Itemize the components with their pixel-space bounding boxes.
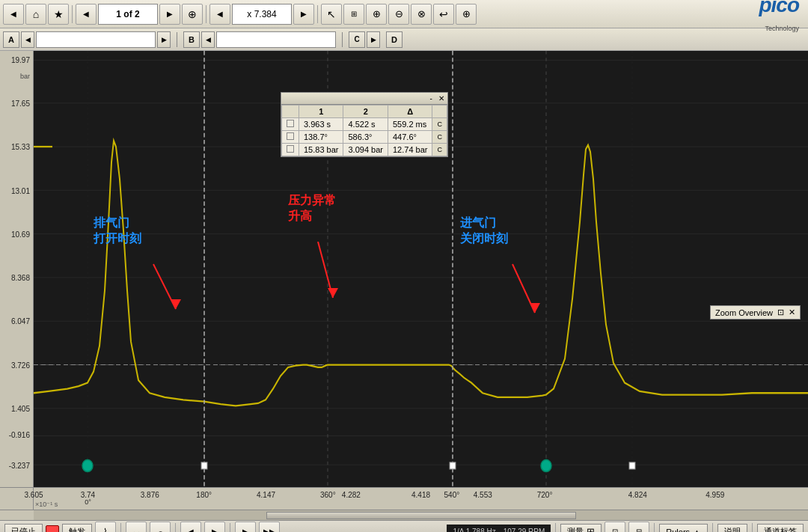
- bot-prev-btn[interactable]: ◀: [180, 522, 201, 533]
- meas-row2-delta: 447.6°: [388, 131, 432, 144]
- rulers-btn[interactable]: Rulers ▲: [659, 524, 708, 533]
- x-axis: 3.605 3.74 0° 3.876 180° 4.147 360° 4.28…: [34, 488, 808, 510]
- x-label-4418: 4.418: [411, 491, 430, 499]
- bot-forward-btn[interactable]: ▶▶: [259, 522, 280, 533]
- trigger-btn[interactable]: 触发: [62, 524, 92, 533]
- x-label-4959: 4.959: [706, 491, 724, 499]
- channel-a-dropdown[interactable]: [36, 31, 156, 48]
- bot-btn1[interactable]: ⌣: [126, 522, 147, 533]
- zoom-out-btn[interactable]: ⊖: [388, 4, 409, 25]
- channel-b-group: B ◀: [183, 31, 336, 49]
- bot-play-btn[interactable]: ▶: [235, 522, 256, 533]
- zoom-overview-expand[interactable]: ⊡: [777, 308, 784, 317]
- measurement-table[interactable]: - ✕ 1 2 Δ 3.963 s 4.522 s 559.2 ms C: [281, 92, 448, 157]
- undo-btn[interactable]: ↩: [433, 4, 454, 25]
- meas-col-2: 2: [343, 106, 388, 118]
- y-label-1069: 10.69: [11, 230, 30, 238]
- meas-row2-extra: C: [432, 131, 447, 144]
- explain-label: 说明: [724, 526, 741, 532]
- toolbar-prev-btn[interactable]: ◀: [76, 4, 97, 25]
- channel-c-right[interactable]: ▶: [367, 31, 380, 48]
- toolbar-home-btn[interactable]: ⌂: [25, 4, 46, 25]
- bot-next-btn[interactable]: ▶: [204, 522, 225, 533]
- scroll-area[interactable]: [0, 510, 808, 520]
- scroll-thumb[interactable]: [266, 512, 576, 519]
- x-label-4147: 4.147: [257, 491, 275, 499]
- status-led[interactable]: [46, 525, 59, 533]
- bottom-bar: 已停止 触发 ⌇ ⌣ ⌢ ◀ ▶ ▶ ▶▶ 1/Δ 1.788 Hz，107.2…: [0, 520, 808, 532]
- x-deg-180: 180°: [196, 491, 212, 499]
- meas-icon-1: [287, 120, 294, 127]
- channel-b-dropdown[interactable]: [216, 31, 336, 48]
- meas-close-btn[interactable]: ✕: [438, 94, 444, 103]
- scroll-track[interactable]: [34, 510, 808, 520]
- x-deg-540: 540°: [444, 491, 460, 499]
- y-label-1765: 17.65: [11, 99, 30, 107]
- channel-label-btn[interactable]: 通道标签: [757, 524, 804, 533]
- meas-row3-icon: [282, 144, 299, 156]
- svg-rect-23: [201, 462, 207, 469]
- cursor-tool-btn[interactable]: ↖: [321, 4, 342, 25]
- scroll-spacer: [0, 510, 34, 520]
- toolbar-sep3: [317, 5, 318, 23]
- meas-minimize-btn[interactable]: -: [430, 94, 432, 103]
- channel-c-group: C ▶: [349, 31, 380, 49]
- channel-b-left[interactable]: ◀: [201, 31, 215, 48]
- bot-btn2[interactable]: ⌢: [150, 522, 171, 533]
- zoom-in-btn[interactable]: ⊕: [366, 4, 387, 25]
- meas-table-header: - ✕: [281, 93, 447, 105]
- measure-extra-btn2[interactable]: ⊟: [628, 522, 649, 533]
- bot-sep4: [555, 523, 556, 533]
- meas-row1-delta: 559.2 ms: [388, 118, 432, 131]
- measure-btn[interactable]: 测量 ⊞: [560, 524, 602, 533]
- pico-subtitle: Technology: [765, 25, 799, 33]
- channel-a-right[interactable]: ▶: [157, 31, 171, 48]
- chart-area[interactable]: - ✕ 1 2 Δ 3.963 s 4.522 s 559.2 ms C: [34, 51, 808, 487]
- channel-bar: A ◀ ▶ B ◀ C ▶ D: [0, 28, 808, 51]
- meas-row3-col2: 3.094 bar: [343, 144, 388, 156]
- toolbar-xleft-btn[interactable]: ◀: [209, 4, 230, 25]
- zoom-fit-btn[interactable]: ⊗: [411, 4, 432, 25]
- x-unit: ×10⁻¹ s: [35, 501, 58, 508]
- zoom-overview-close[interactable]: ✕: [789, 308, 795, 317]
- channel-b-label: B: [183, 31, 200, 48]
- main-area: 19.97 bar 17.65 15.33 13.01 10.69 8.368 …: [0, 51, 808, 487]
- channel-label-text: 通道标签: [764, 526, 797, 532]
- info-btn[interactable]: ⊕: [456, 4, 477, 25]
- trigger-icon-btn[interactable]: ⌇: [95, 522, 116, 533]
- lasso-tool-btn[interactable]: ⊞: [343, 4, 364, 25]
- toolbar-xright-btn[interactable]: ▶: [293, 4, 314, 25]
- y-label-n3237: -3.237: [9, 461, 30, 469]
- x-label-4553: 4.553: [474, 491, 492, 499]
- measure-label: 测量: [567, 526, 584, 532]
- svg-point-22: [541, 459, 551, 471]
- status-stopped-btn[interactable]: 已停止: [4, 524, 43, 533]
- channel-a-left[interactable]: ◀: [21, 31, 34, 48]
- x-deg-360: 360°: [320, 491, 336, 499]
- explain-btn[interactable]: 说明: [717, 524, 747, 533]
- pico-logo: pico: [759, 0, 799, 16]
- meas-row2-icon: [282, 131, 299, 144]
- x-label-4824: 4.824: [628, 491, 647, 499]
- toolbar-search-btn[interactable]: ⊕: [182, 4, 203, 25]
- bot-sep7: [752, 523, 753, 533]
- x-label-3876: 3.876: [141, 491, 159, 499]
- y-label-1533: 15.33: [11, 143, 30, 151]
- meas-data-table: 1 2 Δ 3.963 s 4.522 s 559.2 ms C 138.7° …: [281, 105, 447, 156]
- channel-c-label: C: [349, 31, 365, 48]
- x-label-3605: 3.605: [24, 491, 43, 499]
- meas-icon-2: [287, 132, 294, 140]
- zoom-overview-label: Zoom Overview: [715, 308, 773, 317]
- toolbar-star-btn[interactable]: ★: [48, 4, 69, 25]
- y-label-1301: 13.01: [11, 186, 30, 195]
- toolbar-next-btn[interactable]: ▶: [159, 4, 180, 25]
- x-deg-720: 720°: [537, 491, 553, 499]
- y-label-6047: 6.047: [11, 317, 30, 325]
- zoom-overview-panel[interactable]: Zoom Overview ⊡ ✕: [710, 305, 801, 319]
- measure-extra-btn[interactable]: ⊡: [605, 522, 625, 533]
- toolbar-back-btn[interactable]: ◀: [3, 4, 24, 25]
- rulers-icon: ▲: [693, 528, 701, 533]
- bot-sep5: [654, 523, 655, 533]
- measure-icon: ⊞: [587, 526, 595, 532]
- meas-col-empty: [282, 106, 299, 118]
